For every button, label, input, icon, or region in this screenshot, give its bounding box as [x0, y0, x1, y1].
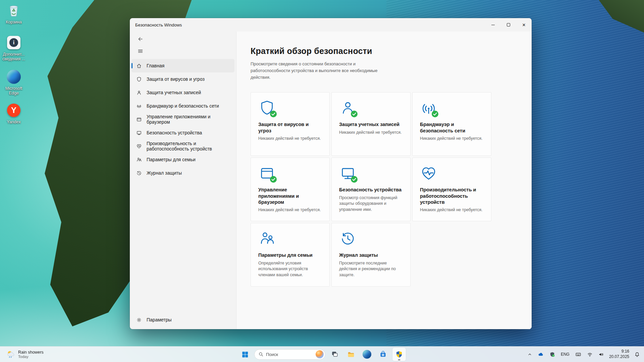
- card-description: Просмотр состояния функций защиты оборуд…: [339, 195, 403, 213]
- wifi-icon: [587, 352, 593, 357]
- card-family-options[interactable]: Параметры для семьи Определяйте условия …: [251, 223, 330, 287]
- start-icon: [241, 351, 249, 358]
- store-icon: [379, 351, 387, 358]
- search-input[interactable]: Поиск: [254, 349, 325, 360]
- tray-time: 9:16: [609, 349, 629, 354]
- card-description: Никаких действий не требуется.: [258, 207, 322, 213]
- sidebar-item-label: Защита учетных записей: [147, 90, 201, 95]
- card-virus-protection[interactable]: Защита от вирусов и угроз Никаких действ…: [251, 92, 330, 156]
- sidebar-item-virus-protection[interactable]: Защита от вирусов и угроз: [131, 72, 234, 86]
- card-title: Управление приложениями и браузером: [258, 187, 322, 205]
- start-button[interactable]: [238, 348, 252, 361]
- apps-icon: [136, 117, 142, 122]
- gear-icon: [136, 317, 142, 323]
- keyboard-icon: [575, 351, 581, 357]
- security-shield-icon: [395, 351, 403, 358]
- notifications-button[interactable]: [634, 350, 641, 359]
- sidebar-item-label: Журнал защиты: [147, 170, 182, 176]
- card-description: Определяйте условия использования устрой…: [258, 260, 322, 278]
- taskbar: Rain showers Today Поиск: [0, 346, 644, 362]
- sidebar-item-family-options[interactable]: Параметры для семьи: [131, 153, 234, 166]
- card-title: Защита учетных записей: [339, 121, 403, 127]
- task-view-button[interactable]: [328, 348, 341, 361]
- sidebar-item-label: Брандмауэр и безопасность сети: [147, 103, 219, 109]
- search-placeholder: Поиск: [266, 352, 313, 357]
- sidebar-item-device-health[interactable]: Производительность и работоспособность у…: [131, 139, 234, 153]
- security-tray-button[interactable]: [549, 350, 556, 359]
- touch-keyboard-button[interactable]: [575, 350, 582, 359]
- maximize-icon: [507, 23, 510, 26]
- person-icon: [136, 90, 142, 96]
- sidebar-item-label: Параметры для семьи: [147, 157, 196, 162]
- card-title: Безопасность устройства: [339, 187, 403, 193]
- network-button[interactable]: [586, 350, 593, 359]
- card-description: Никаких действий не требуется.: [258, 136, 322, 142]
- back-button[interactable]: [135, 34, 146, 44]
- language-indicator[interactable]: ENG: [560, 351, 570, 358]
- store-button[interactable]: [376, 348, 390, 361]
- history-icon: [136, 170, 142, 176]
- search-highlights-icon[interactable]: [316, 350, 324, 358]
- edge-icon: [363, 350, 371, 359]
- volume-icon: [598, 352, 604, 357]
- weather-widget[interactable]: Rain showers Today: [3, 347, 47, 362]
- desktop-icon-label: Microsoft Edge: [5, 86, 22, 96]
- maximize-button[interactable]: [501, 18, 516, 32]
- minimize-icon: [491, 25, 495, 25]
- network-icon: [136, 103, 142, 109]
- weather-icon: [6, 350, 15, 359]
- status-check-icon: [432, 111, 438, 117]
- sidebar-item-label: Главная: [147, 63, 164, 68]
- file-explorer-button[interactable]: [344, 348, 358, 361]
- volume-button[interactable]: [598, 350, 605, 359]
- menu-button[interactable]: [135, 46, 146, 56]
- minimize-button[interactable]: [485, 18, 501, 32]
- shield-icon: [136, 76, 142, 82]
- onedrive-tray-button[interactable]: [537, 350, 544, 359]
- desktop-icon-label: Дополнит... сведения ...: [2, 52, 25, 62]
- edge-button[interactable]: [360, 348, 374, 361]
- card-protection-history[interactable]: Журнал защиты Просмотрите последние дейс…: [331, 223, 411, 287]
- desktop-icon-label: Yandex: [7, 120, 20, 124]
- sidebar-item-protection-history[interactable]: Журнал защиты: [131, 166, 234, 180]
- card-firewall[interactable]: Брандмауэр и безопасность сети Никаких д…: [412, 92, 491, 156]
- card-device-health[interactable]: Производительность и работоспособность у…: [412, 158, 491, 221]
- status-check-icon: [270, 176, 277, 183]
- card-title: Брандмауэр и безопасность сети: [420, 121, 484, 133]
- chevron-up-icon: [528, 352, 532, 357]
- desktop-icon-yandex[interactable]: Y Yandex: [1, 103, 27, 124]
- tray-overflow-button[interactable]: [527, 351, 533, 358]
- windows-security-button[interactable]: [392, 348, 406, 361]
- card-device-security[interactable]: Безопасность устройства Просмотр состоян…: [331, 158, 411, 221]
- info-icon: i: [6, 35, 21, 50]
- sidebar-item-device-security[interactable]: Безопасность устройства: [131, 126, 234, 139]
- search-icon: [259, 352, 263, 357]
- health-heart-icon: [420, 165, 437, 182]
- sidebar-item-firewall[interactable]: Брандмауэр и безопасность сети: [131, 99, 234, 113]
- sidebar-item-account-protection[interactable]: Защита учетных записей: [131, 86, 234, 99]
- security-cards-grid: Защита от вирусов и угроз Никаких действ…: [251, 92, 532, 287]
- family-icon: [136, 157, 142, 163]
- hamburger-icon: [138, 48, 143, 54]
- sidebar-item-settings[interactable]: Параметры: [131, 313, 234, 326]
- desktop-icon-recycle-bin[interactable]: Корзина: [1, 3, 27, 24]
- card-title: Журнал защиты: [339, 252, 403, 258]
- card-account-protection[interactable]: Защита учетных записей Никаких действий …: [331, 92, 411, 156]
- family-icon: [258, 230, 276, 247]
- close-button[interactable]: ✕: [516, 18, 532, 32]
- desktop-icon-edge[interactable]: Microsoft Edge: [1, 69, 27, 96]
- edge-icon: [6, 69, 21, 84]
- tray-date: 20.07.2025: [609, 354, 629, 360]
- home-icon: [136, 63, 142, 69]
- titlebar[interactable]: Безопасность Windows ✕: [130, 18, 532, 32]
- clock[interactable]: 9:16 20.07.2025: [609, 349, 629, 359]
- task-view-icon: [331, 351, 338, 358]
- sidebar-item-home[interactable]: Главная: [131, 59, 234, 72]
- card-app-browser-control[interactable]: Управление приложениями и браузером Ника…: [251, 158, 330, 221]
- card-description: Просмотрите последние действия и рекомен…: [339, 260, 403, 278]
- sidebar-item-app-browser-control[interactable]: Управление приложениями и браузером: [131, 113, 234, 126]
- health-icon: [136, 143, 142, 149]
- desktop-icon-info[interactable]: i Дополнит... сведения ...: [1, 35, 27, 62]
- sidebar-nav: Главная Защита от вирусов и угроз Защита…: [130, 59, 236, 180]
- bell-icon: [634, 352, 640, 357]
